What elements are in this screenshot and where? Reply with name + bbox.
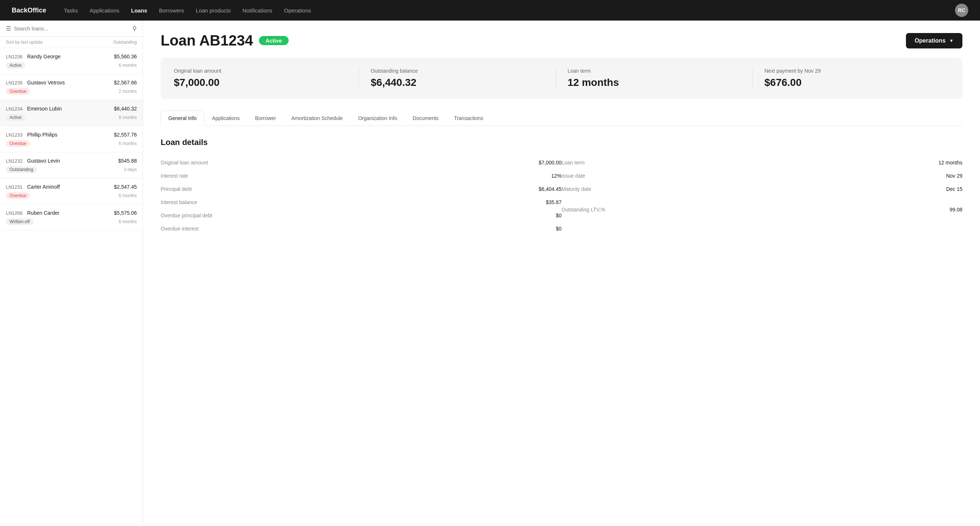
tab-amortization-schedule[interactable]: Amortization Schedule	[283, 110, 350, 126]
loan-header: Loan AB1234 Active Operations ▼	[143, 21, 980, 57]
sidebar: ☰ ⚲ Sort by last update Outstanding LN12…	[0, 21, 143, 526]
loan-borrower-name: Gustavo Vetrovs	[27, 80, 65, 86]
loan-id: LN1232	[6, 158, 23, 164]
filter-icon[interactable]: ☰	[6, 25, 11, 32]
tab-applications[interactable]: Applications	[204, 110, 248, 126]
tab-transactions[interactable]: Transactions	[446, 110, 491, 126]
detail-row: Outstanding LTV,% 99.08	[562, 203, 963, 216]
detail-row: Issue date Nov 29	[562, 169, 963, 182]
detail-label: Maturity date	[562, 186, 591, 192]
detail-value: 12 months	[939, 160, 963, 166]
detail-value: $6,404.45	[539, 186, 562, 192]
nav-link-operations[interactable]: Operations	[284, 7, 311, 14]
detail-label: Overdue principal debt	[161, 212, 212, 218]
loan-id: LN1233	[6, 132, 23, 138]
outstanding-label: Outstanding	[113, 40, 137, 45]
stat-original-amount: Original loan amount $7,000.00	[174, 68, 359, 88]
detail-row: Maturity date Dec 15	[562, 182, 963, 196]
loan-amount: $5,575.06	[114, 210, 137, 216]
main-content: Loan AB1234 Active Operations ▼ Original…	[143, 21, 980, 526]
detail-label: Original loan amount	[161, 160, 208, 166]
details-grid: Original loan amount $7,000.00 Interest …	[161, 156, 963, 235]
detail-label: Issue date	[562, 173, 585, 179]
loan-term: 8 months	[119, 115, 137, 120]
loan-borrower-name: Phillip Philips	[27, 132, 57, 138]
status-badge: Active	[259, 36, 289, 45]
loan-amount: $2,567.66	[114, 80, 137, 86]
search-icon[interactable]: ⚲	[132, 25, 137, 32]
detail-value: 99.08	[950, 207, 963, 212]
loan-amount: $2,557.76	[114, 132, 137, 138]
layout: ☰ ⚲ Sort by last update Outstanding LN12…	[0, 21, 980, 526]
stat-loan-term: Loan term 12 months	[556, 68, 752, 88]
sort-label: Sort by last update	[6, 40, 43, 45]
details-col-left: Original loan amount $7,000.00 Interest …	[161, 156, 562, 235]
detail-value: Nov 29	[946, 173, 963, 179]
tab-organization-info[interactable]: Organization Info	[350, 110, 405, 126]
loan-list-item[interactable]: LN1234 Emerson Lubin $6,440.32 Active 8 …	[0, 100, 143, 126]
nav-link-loan-products[interactable]: Loan products	[196, 7, 231, 14]
detail-row: Overdue interest $0	[161, 222, 562, 235]
loan-details: Loan details Original loan amount $7,000…	[143, 126, 980, 247]
operations-button[interactable]: Operations ▼	[906, 33, 963, 48]
detail-row	[562, 196, 963, 203]
loan-id: LN1231	[6, 184, 23, 190]
detail-row: Interest rate 12%	[161, 169, 562, 182]
loan-term: 3 days	[124, 167, 137, 172]
loan-list-item[interactable]: LN1233 Phillip Philips $2,557.76 Overdue…	[0, 126, 143, 152]
loan-id: LN1234	[6, 106, 23, 112]
next-payment-label: Next payment by Nov 29	[764, 68, 937, 74]
search-input[interactable]	[14, 26, 129, 32]
loan-term-value: 12 months	[568, 77, 741, 88]
loan-status-badge: Active	[6, 114, 25, 121]
nav-link-applications[interactable]: Applications	[89, 7, 119, 14]
loan-id: LN1235	[6, 80, 23, 86]
original-amount-label: Original loan amount	[174, 68, 347, 74]
loan-term: 6 months	[119, 141, 137, 146]
loan-status-badge: Overdue	[6, 88, 30, 95]
loan-list-item[interactable]: LN1235 Gustavo Vetrovs $2,567.66 Overdue…	[0, 74, 143, 100]
loan-details-title: Loan details	[161, 138, 963, 147]
loan-list: LN1236 Randy George $5,560.36 Active 6 m…	[0, 48, 143, 526]
loan-list-item[interactable]: LN1236 Randy George $5,560.36 Active 6 m…	[0, 48, 143, 74]
loan-term: 6 months	[119, 63, 137, 68]
loan-term: 2 months	[119, 89, 137, 94]
tab-borrower[interactable]: Borrower	[248, 110, 284, 126]
nav-link-notifications[interactable]: Notifications	[242, 7, 272, 14]
loan-borrower-name: Randy George	[27, 54, 60, 59]
detail-value: Dec 15	[946, 186, 963, 192]
tab-general-info[interactable]: General Info	[161, 110, 204, 126]
loan-amount: $2,547.45	[114, 184, 137, 190]
loan-id: LN1266	[6, 210, 23, 216]
avatar[interactable]: RC	[955, 4, 968, 17]
nav-link-loans[interactable]: Loans	[131, 7, 147, 14]
sidebar-header: Sort by last update Outstanding	[0, 37, 143, 48]
next-payment-value: $676.00	[764, 77, 937, 88]
detail-row	[562, 216, 963, 223]
detail-row: Loan term 12 months	[562, 156, 963, 169]
loan-list-item[interactable]: LN1266 Ruben Carder $5,575.06 Written-of…	[0, 204, 143, 231]
outstanding-balance-label: Outstanding balance	[371, 68, 544, 74]
detail-value: $0	[556, 212, 562, 218]
loan-title: Loan AB1234	[161, 32, 253, 49]
detail-row: Interest balance $35.87	[161, 196, 562, 209]
tab-documents[interactable]: Documents	[405, 110, 446, 126]
detail-label: Principal debt	[161, 186, 192, 192]
loan-term: 6 months	[119, 193, 137, 198]
loan-list-item[interactable]: LN1231 Carter Aminoff $2,547.45 Overdue …	[0, 179, 143, 204]
detail-row: Overdue principal debt $0	[161, 209, 562, 222]
nav-link-borrowers[interactable]: Borrowers	[159, 7, 184, 14]
brand-logo[interactable]: BackOffice	[12, 6, 46, 14]
details-col-right: Loan term 12 months Issue date Nov 29 Ma…	[562, 156, 963, 235]
tabs: General InfoApplicationsBorrowerAmortiza…	[161, 110, 963, 126]
loan-list-item[interactable]: LN1232 Gustavo Levin $545.88 Outstanding…	[0, 152, 143, 179]
detail-row: Principal debt $6,404.45	[161, 182, 562, 196]
loan-status-badge: Outstanding	[6, 166, 37, 173]
chevron-down-icon: ▼	[949, 38, 954, 43]
loan-status-badge: Overdue	[6, 140, 30, 147]
nav-link-tasks[interactable]: Tasks	[64, 7, 78, 14]
detail-label: Loan term	[562, 160, 585, 166]
detail-label: Outstanding LTV,%	[562, 207, 605, 212]
loan-borrower-name: Carter Aminoff	[27, 184, 60, 190]
detail-row: Original loan amount $7,000.00	[161, 156, 562, 169]
